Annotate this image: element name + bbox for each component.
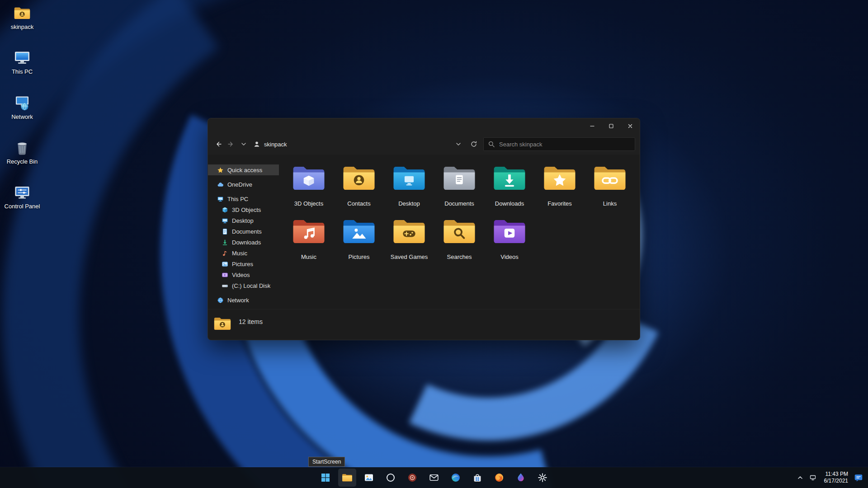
desktop-icon-recycle-bin[interactable]: Recycle Bin [3, 139, 42, 165]
navigation-pane: Quick access OneDrive This PC 3D Objects [208, 155, 279, 309]
status-bar: 12 items [208, 309, 640, 340]
folder-videos-icon [492, 217, 527, 246]
sidebar-item-label: Music [232, 250, 247, 257]
titlebar[interactable] [208, 118, 640, 134]
file-favorites[interactable]: Favorites [535, 164, 584, 214]
sidebar-item-videos[interactable]: Videos [208, 269, 279, 280]
sidebar-item-music[interactable]: Music [208, 248, 279, 258]
folder-contacts-icon [342, 164, 376, 192]
taskbar-clock[interactable]: 11:43 PM 6/17/2021 [822, 471, 848, 484]
taskbar-edge[interactable] [447, 469, 465, 487]
taskbar-tooltip: StartScreen [308, 457, 345, 467]
desktop-icons: skinpack This PC Network Recycle Bin Con… [3, 5, 42, 229]
sidebar-item-label: Pictures [232, 261, 253, 267]
maximize-button[interactable] [602, 118, 621, 134]
file-desktop[interactable]: Desktop [385, 164, 434, 214]
taskbar-firefox[interactable] [490, 469, 508, 487]
sidebar-item-label: Desktop [232, 217, 254, 224]
sidebar-item-desktop[interactable]: Desktop [208, 215, 279, 226]
address-dropdown-button[interactable] [453, 138, 464, 150]
sidebar-item-onedrive[interactable]: OneDrive [208, 179, 279, 190]
network-large-icon [14, 94, 31, 112]
sidebar-item-quick-access[interactable]: Quick access [208, 164, 279, 175]
forward-button[interactable] [225, 138, 237, 150]
sidebar-item-label: Documents [232, 228, 262, 235]
navigation-bar: skinpack [208, 134, 640, 155]
paint3d-icon [515, 472, 526, 483]
file-music[interactable]: Music [284, 217, 333, 267]
close-icon [627, 122, 634, 130]
videos-icon [222, 272, 228, 278]
folder-music-icon [292, 217, 326, 246]
recent-locations-button[interactable] [238, 138, 250, 150]
sidebar-item-downloads[interactable]: Downloads [208, 237, 279, 248]
file-contacts[interactable]: Contacts [335, 164, 383, 214]
desktop-icon [222, 217, 228, 224]
taskbar-settings[interactable] [533, 469, 552, 487]
explorer-icon [342, 472, 353, 483]
minimize-button[interactable] [583, 118, 602, 134]
taskbar-paint3d[interactable] [512, 469, 530, 487]
settings-icon [537, 472, 548, 483]
file-saved-games[interactable]: Saved Games [385, 217, 434, 267]
file-explorer-window: skinpack Quick access OneDrive [208, 118, 640, 340]
taskbar-photos[interactable] [360, 469, 378, 487]
sidebar-item-network[interactable]: Network [208, 295, 279, 305]
address-bar[interactable]: skinpack [250, 137, 482, 151]
music-icon [222, 250, 228, 257]
control-panel-icon [14, 184, 31, 201]
window-body: Quick access OneDrive This PC 3D Objects [208, 155, 640, 309]
mail-icon [429, 472, 439, 483]
downloads-icon [222, 239, 228, 246]
pictures-icon [222, 261, 228, 267]
desktop-icon-skinpack[interactable]: skinpack [3, 5, 42, 30]
file-label: Searches [447, 254, 472, 260]
sidebar-item-label: OneDrive [227, 181, 252, 188]
back-icon [215, 141, 222, 148]
sidebar-item-c-local-disk[interactable]: (C:) Local Disk [208, 280, 279, 291]
back-button[interactable] [212, 138, 224, 150]
forward-icon [227, 141, 235, 148]
file-links[interactable]: Links [585, 164, 634, 214]
file-label: Documents [444, 201, 474, 207]
breadcrumb[interactable]: skinpack [264, 141, 287, 148]
desktop-icon-this-pc[interactable]: This PC [3, 49, 42, 75]
notifications-icon[interactable] [854, 473, 863, 483]
desktop-icon-label: Control Panel [5, 203, 40, 210]
photos-icon [363, 472, 374, 483]
file-3d-objects[interactable]: 3D Objects [284, 164, 333, 214]
search-icon [488, 141, 495, 148]
current-folder-glyph-icon [253, 141, 260, 148]
file-downloads[interactable]: Downloads [485, 164, 534, 214]
folder-user-icon [14, 5, 31, 22]
taskbar-mail[interactable] [425, 469, 443, 487]
taskbar-start[interactable] [316, 469, 335, 487]
search-input[interactable] [498, 141, 631, 148]
file-searches[interactable]: Searches [435, 217, 484, 267]
tray-display-icon[interactable] [809, 474, 816, 481]
sidebar-item-label: This PC [227, 196, 248, 202]
close-button[interactable] [621, 118, 640, 134]
taskbar-ring-app[interactable] [382, 469, 400, 487]
show-hidden-icons-button[interactable] [797, 474, 804, 481]
file-videos[interactable]: Videos [485, 217, 534, 267]
sidebar-item-label: Videos [232, 272, 250, 278]
taskbar-file-explorer[interactable] [338, 469, 356, 487]
taskbar-camera-app[interactable] [403, 469, 421, 487]
file-documents[interactable]: Documents [435, 164, 484, 214]
sidebar-item-pictures[interactable]: Pictures [208, 258, 279, 269]
sidebar-item-3d-objects[interactable]: 3D Objects [208, 204, 279, 215]
minimize-icon [589, 122, 596, 130]
refresh-button[interactable] [468, 138, 480, 150]
folder-links-icon [593, 164, 627, 192]
desktop-icon-control-panel[interactable]: Control Panel [3, 184, 42, 210]
clock-date: 6/17/2021 [822, 478, 848, 484]
search-box[interactable] [483, 137, 635, 151]
file-pictures[interactable]: Pictures [335, 217, 383, 267]
taskbar-store[interactable] [468, 469, 486, 487]
desktop-icon-network[interactable]: Network [3, 94, 42, 120]
sidebar-item-documents[interactable]: Documents [208, 226, 279, 237]
sidebar-item-this-pc[interactable]: This PC [208, 193, 279, 204]
items-count: 12 items [239, 318, 263, 325]
folder-games-icon [392, 217, 426, 246]
